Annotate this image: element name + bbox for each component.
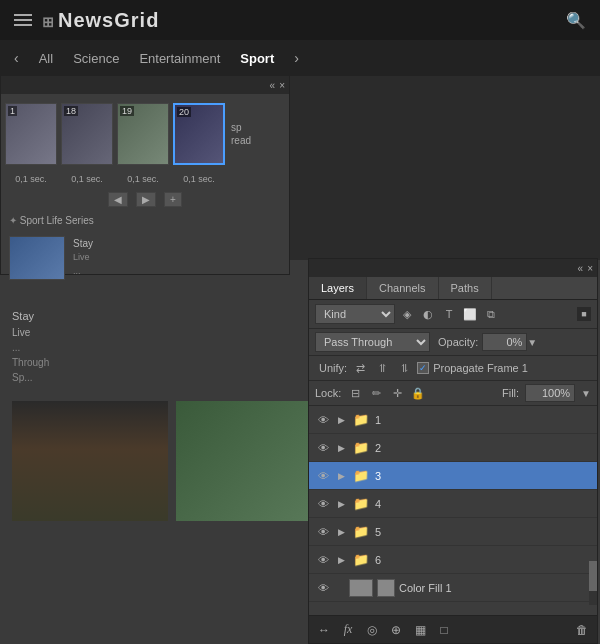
- layer-name-fill: Color Fill 1: [399, 582, 591, 594]
- layer-row-1[interactable]: 👁 ▶ 📁 1: [309, 406, 597, 434]
- delete-layer-icon[interactable]: 🗑: [573, 621, 591, 639]
- filter-shape-icon[interactable]: ⬜: [461, 305, 479, 323]
- photo-thumb-19[interactable]: 19: [117, 103, 169, 165]
- visibility-icon-6[interactable]: 👁: [315, 552, 331, 568]
- panel-collapse-btn[interactable]: «: [270, 80, 276, 91]
- nav-item-entertainment[interactable]: Entertainment: [139, 51, 220, 66]
- tab-channels[interactable]: Channels: [367, 277, 438, 299]
- nav-right-arrow[interactable]: ›: [294, 50, 299, 66]
- unify-icon-2[interactable]: ⥣: [373, 359, 391, 377]
- visibility-icon-5[interactable]: 👁: [315, 524, 331, 540]
- header-left: ⊞NewsGrid: [14, 9, 159, 32]
- app-title: ⊞NewsGrid: [42, 9, 159, 32]
- preview-thumb: [9, 236, 65, 280]
- layer-row-2[interactable]: 👁 ▶ 📁 2: [309, 434, 597, 462]
- expand-icon-2[interactable]: ▶: [335, 442, 347, 454]
- preview-area: Stay Live ...: [1, 230, 289, 286]
- expand-icon-6[interactable]: ▶: [335, 554, 347, 566]
- layer-row-5[interactable]: 👁 ▶ 📁 5: [309, 518, 597, 546]
- layer-name-1: 1: [375, 414, 591, 426]
- expand-icon-5[interactable]: ▶: [335, 526, 347, 538]
- prev-frame-btn[interactable]: ◀: [108, 192, 128, 207]
- layers-tabs: Layers Channels Paths: [309, 277, 597, 300]
- filter-pixel-icon[interactable]: ◈: [398, 305, 416, 323]
- nav-item-all[interactable]: All: [39, 51, 53, 66]
- lock-icons: ⊟ ✏ ✛ 🔒: [347, 385, 496, 401]
- next-frame-btn[interactable]: ▶: [136, 192, 156, 207]
- panel-close-btn[interactable]: ×: [279, 80, 285, 91]
- layers-scrollbar[interactable]: [589, 561, 597, 605]
- opacity-input[interactable]: [482, 333, 527, 351]
- kind-select[interactable]: Kind: [315, 304, 395, 324]
- layer-row-4[interactable]: 👁 ▶ 📁 4: [309, 490, 597, 518]
- photo-thumb-18[interactable]: 18: [61, 103, 113, 165]
- photo-strip: 1 18 19 20 spread: [1, 94, 289, 174]
- layer-name-5: 5: [375, 526, 591, 538]
- thumb-label-19: 19: [120, 106, 134, 116]
- nav-item-sport[interactable]: Sport: [240, 51, 274, 66]
- fill-mask-thumb: [377, 579, 395, 597]
- propagate-checkbox[interactable]: [417, 362, 429, 374]
- add-group-icon[interactable]: ▦: [411, 621, 429, 639]
- photo-thumb-20[interactable]: 20: [173, 103, 225, 165]
- new-layer-icon[interactable]: □: [435, 621, 453, 639]
- strip-controls: ◀ ▶ +: [1, 188, 289, 211]
- blend-mode-select[interactable]: Pass Through: [315, 332, 430, 352]
- unify-icon-3[interactable]: ⥮: [395, 359, 413, 377]
- fx-icon[interactable]: fx: [339, 621, 357, 639]
- outdoor-image: [176, 401, 328, 521]
- visibility-icon-1[interactable]: 👁: [315, 412, 331, 428]
- add-frame-btn[interactable]: +: [164, 192, 182, 207]
- lock-position-icon[interactable]: ✏: [368, 385, 384, 401]
- tab-paths[interactable]: Paths: [439, 277, 492, 299]
- filter-smart-icon[interactable]: ⧉: [482, 305, 500, 323]
- photo-thumb-17[interactable]: 1: [5, 103, 57, 165]
- folder-icon-6: 📁: [351, 552, 371, 568]
- grid-icon: ⊞: [42, 14, 55, 30]
- layers-collapse-btn[interactable]: «: [578, 263, 584, 274]
- layer-row-6[interactable]: 👁 ▶ 📁 6: [309, 546, 597, 574]
- lock-all-icon[interactable]: 🔒: [410, 385, 426, 401]
- lock-pixels-icon[interactable]: ⊟: [347, 385, 363, 401]
- nav-item-science[interactable]: Science: [73, 51, 119, 66]
- layers-list: 👁 ▶ 📁 1 👁 ▶ 📁 2 👁 ▶ 📁 3 👁 ▶ 📁 4 👁: [309, 406, 597, 605]
- lock-artboard-icon[interactable]: ✛: [389, 385, 405, 401]
- fill-dropdown-arrow[interactable]: ▼: [581, 388, 591, 399]
- layers-panel: « × Layers Channels Paths Kind ◈ ◐ T ⬜ ⧉…: [308, 258, 598, 644]
- folder-icon-3: 📁: [351, 468, 371, 484]
- add-mask-icon[interactable]: ◎: [363, 621, 381, 639]
- menu-icon[interactable]: [14, 14, 32, 26]
- bottom-content: Stay Live ... Through Sp...: [0, 300, 340, 640]
- visibility-icon-3[interactable]: 👁: [315, 468, 331, 484]
- expand-icon-3[interactable]: ▶: [335, 470, 347, 482]
- layer-name-4: 4: [375, 498, 591, 510]
- search-icon[interactable]: 🔍: [566, 11, 586, 30]
- time-20: 0,1 sec.: [173, 174, 225, 184]
- layers-close-btn[interactable]: ×: [587, 263, 593, 274]
- fill-input[interactable]: [525, 384, 575, 402]
- layers-titlebar: « ×: [309, 259, 597, 277]
- photo-strip-panel: « × 1 18 19 20 spread 0,1 sec. 0,1 sec.: [0, 75, 290, 275]
- expand-icon-1[interactable]: ▶: [335, 414, 347, 426]
- layer-row-3[interactable]: 👁 ▶ 📁 3: [309, 462, 597, 490]
- time-17: 0,1 sec.: [5, 174, 57, 184]
- fill-label: Fill:: [502, 387, 519, 399]
- filter-adjust-icon[interactable]: ◐: [419, 305, 437, 323]
- scrollbar-thumb[interactable]: [589, 561, 597, 591]
- visibility-icon-fill[interactable]: 👁: [315, 580, 331, 596]
- add-adjustment-icon[interactable]: ⊕: [387, 621, 405, 639]
- newsgrid-header: ⊞NewsGrid 🔍: [0, 0, 600, 40]
- opacity-dropdown-arrow[interactable]: ▼: [527, 337, 537, 348]
- layers-filter-toolbar: Kind ◈ ◐ T ⬜ ⧉ ■: [309, 300, 597, 329]
- filter-toggle-icon[interactable]: ■: [577, 307, 591, 321]
- visibility-icon-4[interactable]: 👁: [315, 496, 331, 512]
- nav-left-arrow[interactable]: ‹: [14, 50, 19, 66]
- tab-layers[interactable]: Layers: [309, 277, 367, 299]
- filter-text-icon[interactable]: T: [440, 305, 458, 323]
- expand-icon-4[interactable]: ▶: [335, 498, 347, 510]
- layer-row-colorfill[interactable]: 👁 Color Fill 1: [309, 574, 597, 602]
- link-icon[interactable]: ↔: [315, 621, 333, 639]
- visibility-icon-2[interactable]: 👁: [315, 440, 331, 456]
- time-18: 0,1 sec.: [61, 174, 113, 184]
- unify-icon-1[interactable]: ⇄: [351, 359, 369, 377]
